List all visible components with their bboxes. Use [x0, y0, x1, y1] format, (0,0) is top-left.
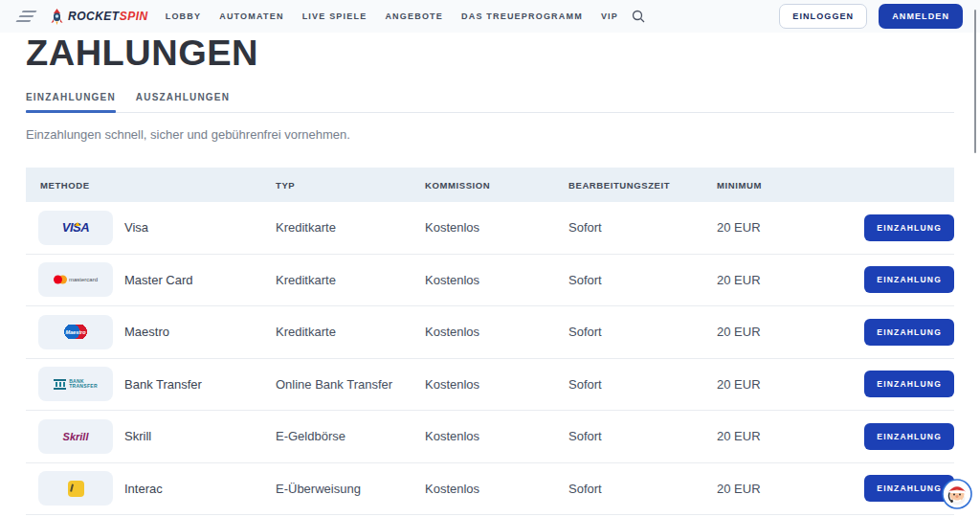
logo-text: ROCKETSPIN	[68, 10, 148, 23]
payment-commission: Kostenlos	[425, 482, 568, 496]
payment-logo: BANK TRANSFER	[38, 367, 113, 401]
nav-item[interactable]: AUTOMATEN	[219, 11, 283, 21]
table-row: Skrill Skrill E-Geldbörse Kostenlos Sofo…	[26, 411, 954, 463]
table-row: Interac E-Überweisung Kostenlos Sofort 2…	[26, 463, 954, 516]
payment-type: E-Geldbörse	[276, 429, 425, 443]
payment-logo: mastercard	[38, 262, 113, 297]
deposit-button[interactable]: EINZAHLUNG	[864, 266, 954, 293]
payment-type: Kreditkarte	[276, 273, 425, 287]
payments-table: METHODETYPKOMMISSIONBEARBEITUNGSZEITMINI…	[26, 168, 954, 515]
payment-minimum: 20 EUR	[717, 377, 830, 392]
column-header: KOMMISSION	[425, 180, 568, 191]
register-button[interactable]: ANMELDEN	[879, 4, 963, 29]
nav-item[interactable]: LOBBY	[166, 11, 202, 21]
table-header-row: METHODETYPKOMMISSIONBEARBEITUNGSZEITMINI…	[26, 168, 954, 202]
column-header: MINIMUM	[717, 180, 830, 191]
payment-name: Maestro	[124, 325, 169, 339]
payment-logo: Maestro	[38, 315, 113, 349]
deposit-button[interactable]: EINZAHLUNG	[864, 371, 954, 397]
nav-item[interactable]: ANGEBOTE	[385, 11, 443, 21]
scrollbar-thumb[interactable]	[974, 10, 976, 153]
payment-type: E-Überweisung	[276, 482, 425, 496]
nav-item[interactable]: LIVE SPIELE	[302, 11, 368, 21]
method-cell: Maestro Maestro	[26, 315, 276, 349]
payment-processing-time: Sofort	[568, 220, 717, 235]
payment-processing-time: Sofort	[568, 273, 717, 287]
payment-brand-mark: mastercard	[54, 277, 98, 282]
action-cell: EINZAHLUNG	[830, 371, 954, 397]
deposit-button[interactable]: EINZAHLUNG	[864, 214, 954, 241]
method-cell: Skrill Skrill	[26, 419, 276, 454]
payment-commission: Kostenlos	[425, 220, 568, 235]
method-cell: VISA Visa	[26, 211, 276, 245]
payment-name: Skrill	[124, 429, 151, 443]
tab[interactable]: EINZAHLUNGEN	[26, 92, 116, 112]
payment-processing-time: Sofort	[568, 325, 717, 339]
payment-logo: VISA	[38, 211, 113, 245]
payment-processing-time: Sofort	[568, 429, 717, 443]
site-logo[interactable]: ROCKETSPIN	[50, 9, 148, 25]
auth-buttons: EINLOGGEN ANMELDEN	[779, 4, 963, 29]
payments-tabs: EINZAHLUNGENAUSZAHLUNGEN	[26, 92, 954, 113]
payment-minimum: 20 EUR	[717, 482, 830, 496]
payment-minimum: 20 EUR	[717, 429, 830, 443]
payment-brand-mark: Maestro	[64, 325, 87, 339]
payments-page: ZAHLUNGEN EINZAHLUNGENAUSZAHLUNGEN Einza…	[0, 35, 980, 515]
payment-brand-mark: BANK TRANSFER	[56, 379, 96, 391]
payment-name: Bank Transfer	[124, 377, 202, 392]
payment-minimum: 20 EUR	[717, 325, 830, 339]
method-cell: BANK TRANSFER Bank Transfer	[26, 367, 276, 401]
payment-type: Online Bank Transfer	[276, 377, 425, 392]
action-cell: EINZAHLUNG	[830, 423, 954, 450]
payment-commission: Kostenlos	[425, 377, 568, 392]
table-row: VISA Visa Kreditkarte Kostenlos Sofort 2…	[26, 202, 954, 255]
column-header: BEARBEITUNGSZEIT	[568, 180, 717, 191]
support-chat-widget[interactable]	[942, 479, 972, 509]
table-row: Maestro Maestro Kreditkarte Kostenlos So…	[26, 306, 954, 359]
action-cell: EINZAHLUNG	[830, 319, 954, 346]
payment-brand-mark	[68, 481, 84, 497]
rocket-icon	[50, 9, 64, 25]
main-nav: LOBBYAUTOMATENLIVE SPIELEANGEBOTEDAS TRE…	[166, 11, 618, 21]
deposit-button[interactable]: EINZAHLUNG	[864, 475, 954, 502]
payment-name: Interac	[124, 482, 163, 496]
method-cell: mastercard Master Card	[26, 262, 276, 297]
method-cell: Interac	[26, 471, 276, 506]
payment-brand-mark: Skrill	[63, 431, 89, 442]
payment-processing-time: Sofort	[568, 482, 717, 496]
column-header: METHODE	[26, 180, 276, 191]
nav-item[interactable]: VIP	[601, 11, 618, 21]
deposit-button[interactable]: EINZAHLUNG	[864, 423, 954, 450]
payment-commission: Kostenlos	[425, 429, 568, 443]
payment-minimum: 20 EUR	[717, 273, 830, 287]
payment-commission: Kostenlos	[425, 325, 568, 339]
login-button[interactable]: EINLOGGEN	[779, 4, 867, 29]
action-cell: EINZAHLUNG	[830, 214, 954, 241]
top-bar: ROCKETSPIN LOBBYAUTOMATENLIVE SPIELEANGE…	[0, 0, 980, 33]
search-icon[interactable]	[632, 10, 645, 23]
payment-type: Kreditkarte	[276, 325, 425, 339]
page-title: ZAHLUNGEN	[26, 35, 954, 71]
payment-logo: Skrill	[38, 419, 113, 454]
action-cell: EINZAHLUNG	[830, 266, 954, 293]
table-row: mastercard Master Card Kreditkarte Koste…	[26, 255, 954, 307]
nav-item[interactable]: DAS TREUEPROGRAMM	[461, 11, 583, 21]
santa-support-icon	[942, 479, 972, 509]
action-cell: EINZAHLUNG	[830, 475, 954, 502]
payment-name: Visa	[124, 220, 148, 235]
payment-logo	[38, 471, 113, 506]
payment-type: Kreditkarte	[276, 220, 425, 235]
payments-table-body: VISA Visa Kreditkarte Kostenlos Sofort 2…	[26, 202, 954, 515]
table-row: BANK TRANSFER Bank Transfer Online Bank …	[26, 359, 954, 412]
payment-minimum: 20 EUR	[717, 220, 830, 235]
menu-icon[interactable]	[13, 8, 41, 25]
page-description: Einzahlungen schnell, sicher und gebühre…	[26, 127, 954, 142]
payment-name: Master Card	[124, 273, 193, 287]
column-header: TYP	[276, 180, 425, 191]
deposit-button[interactable]: EINZAHLUNG	[864, 319, 954, 346]
payment-brand-mark: VISA	[62, 220, 89, 235]
payment-commission: Kostenlos	[425, 273, 568, 287]
payment-processing-time: Sofort	[568, 377, 717, 392]
tab[interactable]: AUSZAHLUNGEN	[136, 92, 230, 112]
